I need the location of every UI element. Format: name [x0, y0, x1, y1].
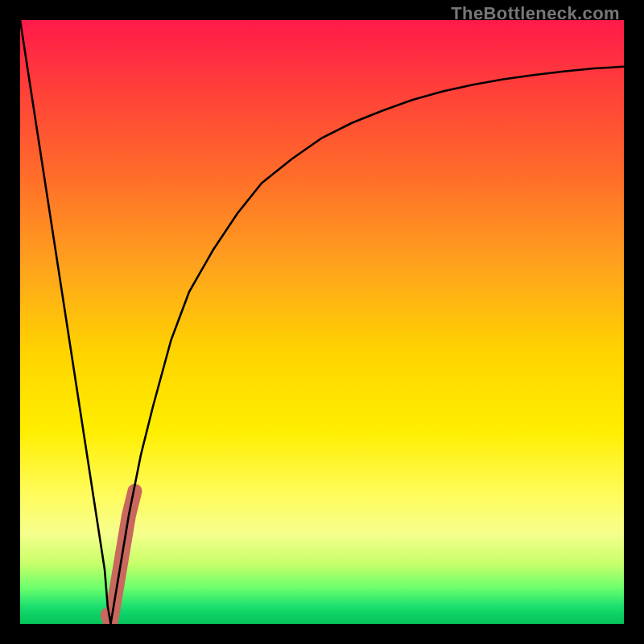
bottleneck-curve	[20, 20, 624, 624]
plot-area	[20, 20, 624, 624]
highlight-segment	[108, 491, 135, 624]
chart-canvas: TheBottleneck.com	[0, 0, 644, 644]
curve-overlay	[20, 20, 624, 624]
